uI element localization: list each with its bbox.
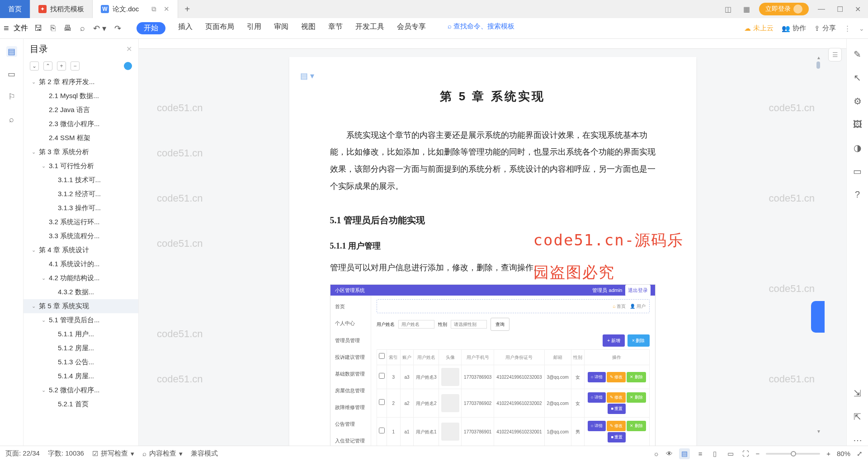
outline-node[interactable]: 5.1.2 房屋...: [24, 341, 138, 355]
find-rail-icon[interactable]: ⌕: [6, 114, 17, 125]
vertical-scrollbar[interactable]: ▲ ▼: [816, 61, 821, 428]
document-page[interactable]: ▤ ▾ 第 5 章 系统实现 系统实现这个章节的内容主要还是展示系统的功能界面设…: [289, 57, 696, 446]
ribbon-tab-dev[interactable]: 开发工具: [355, 22, 384, 34]
panel-close-icon[interactable]: ✕: [126, 45, 132, 53]
scroll-down-icon[interactable]: ▼: [816, 429, 821, 434]
more-tools-icon[interactable]: ⋯: [853, 435, 862, 446]
outline-node[interactable]: 3.1.3 操作可...: [24, 201, 138, 215]
outline-node[interactable]: 2.4 SSM 框架: [24, 131, 138, 145]
outline-node[interactable]: ⌄3.1 可行性分析: [24, 159, 138, 173]
outline-node[interactable]: 5.1.3 公告...: [24, 355, 138, 369]
outline-node[interactable]: ⌄第 2 章 程序开发...: [24, 75, 138, 89]
ribbon-tab-start[interactable]: 开始: [137, 22, 165, 34]
print-icon[interactable]: ⎘: [49, 24, 57, 33]
ribbon-tab-ref[interactable]: 引用: [247, 22, 261, 34]
page-indicator[interactable]: 页面: 22/34: [5, 449, 40, 458]
outline-node[interactable]: ⌄第 4 章 系统设计: [24, 243, 138, 257]
chevron-down-icon[interactable]: ⌄: [42, 317, 47, 323]
outline-node[interactable]: 2.2 Java 语言: [24, 103, 138, 117]
view-web-icon[interactable]: ▯: [711, 448, 719, 459]
help-icon[interactable]: ?: [855, 189, 860, 200]
view-outline-icon[interactable]: ≡: [696, 448, 705, 459]
view-page-icon[interactable]: ▤: [679, 448, 690, 459]
page-marker-icon[interactable]: ▤ ▾: [300, 68, 314, 85]
fullscreen-icon[interactable]: ⤢: [857, 450, 863, 458]
eye-icon[interactable]: 👁: [666, 450, 673, 457]
cloud-status[interactable]: ☁ 未上云: [744, 24, 774, 33]
bookmark-rail-icon[interactable]: ⚐: [6, 91, 17, 102]
tab-templates[interactable]: ✦ 找稻壳模板: [30, 0, 93, 18]
word-count[interactable]: 字数: 10036: [48, 449, 84, 458]
outline-node[interactable]: 5.2.1 首页: [24, 397, 138, 411]
outline-node[interactable]: ⌄5.2 微信小程序...: [24, 383, 138, 397]
share-button[interactable]: ⇪ 分享: [814, 24, 836, 33]
print-preview-icon[interactable]: 🖶: [62, 24, 74, 33]
outline-node[interactable]: ⌄第 3 章 系统分析: [24, 145, 138, 159]
outline-node[interactable]: 5.1.1 用户...: [24, 327, 138, 341]
remove-node-icon[interactable]: −: [71, 61, 80, 71]
outline-node[interactable]: 4.1 系统设计的...: [24, 257, 138, 271]
expand-tool-icon[interactable]: ⇱: [854, 411, 861, 422]
chevron-down-icon[interactable]: ⌄: [42, 275, 47, 281]
outline-node[interactable]: 3.1.1 技术可...: [24, 173, 138, 187]
add-tab-button[interactable]: +: [178, 4, 196, 14]
ribbon-tab-review[interactable]: 审阅: [274, 22, 288, 34]
outline-node[interactable]: ⌄4.2 功能结构设...: [24, 271, 138, 285]
apps-icon[interactable]: ▦: [741, 5, 753, 14]
outline-node[interactable]: ⌄5.1 管理员后台...: [24, 313, 138, 327]
menu-icon[interactable]: ≡: [4, 23, 9, 33]
select-tool-icon[interactable]: ↖: [854, 72, 861, 83]
search-icon[interactable]: ⌕: [78, 24, 87, 33]
ribbon-tab-vip[interactable]: 会员专享: [397, 22, 426, 34]
collapse-all-icon[interactable]: ⌄: [30, 61, 39, 71]
outline-node[interactable]: 3.1.2 经济可...: [24, 187, 138, 201]
zoom-out-icon[interactable]: −: [755, 450, 760, 457]
settings-icon[interactable]: ⚙: [854, 96, 862, 107]
save-icon[interactable]: 🖫: [33, 24, 44, 33]
outline-node[interactable]: ⌄第 5 章 系统实现: [24, 299, 138, 313]
collapse-ribbon-icon[interactable]: ⌄: [859, 25, 864, 32]
ai-helper-icon[interactable]: ☰: [828, 48, 842, 61]
feedback-tab[interactable]: [811, 301, 825, 333]
file-menu[interactable]: 文件: [14, 24, 28, 33]
chevron-down-icon[interactable]: ⌄: [32, 149, 37, 155]
login-button[interactable]: 立即登录: [759, 3, 809, 15]
chevron-down-icon[interactable]: ⌄: [42, 387, 47, 393]
maximize-icon[interactable]: ☐: [834, 5, 846, 14]
outline-node[interactable]: 2.1 Mysql 数据...: [24, 89, 138, 103]
collab-button[interactable]: 👥 协作: [782, 24, 806, 33]
outline-node[interactable]: 5.1.4 房屋...: [24, 369, 138, 383]
zoom-slider[interactable]: [766, 453, 820, 455]
view-read-icon[interactable]: ▭: [725, 448, 736, 459]
ribbon-tab-insert[interactable]: 插入: [178, 22, 193, 34]
ribbon-search[interactable]: ⌕ 查找命令、搜索模板: [448, 22, 514, 34]
image-tool-icon[interactable]: 🖼: [853, 119, 862, 130]
panel-split-icon[interactable]: ◫: [722, 5, 734, 14]
outline-node[interactable]: 2.3 微信小程序...: [24, 117, 138, 131]
scroll-up-icon[interactable]: ▲: [816, 55, 821, 60]
scroll-thumb[interactable]: [816, 61, 820, 69]
add-node-icon[interactable]: +: [57, 61, 66, 71]
pen-tool-icon[interactable]: ✎: [854, 49, 861, 60]
tab-document[interactable]: W 论文.doc ⧉ ✕: [93, 0, 178, 18]
night-mode-icon[interactable]: ☼: [653, 450, 660, 457]
chevron-down-icon[interactable]: ⌄: [42, 163, 47, 169]
redo-icon[interactable]: ↷: [113, 24, 123, 33]
more-icon[interactable]: ⋮: [844, 24, 851, 33]
ribbon-tab-layout[interactable]: 页面布局: [205, 22, 234, 34]
minimize-icon[interactable]: —: [815, 5, 828, 13]
ribbon-tab-view[interactable]: 视图: [301, 22, 316, 34]
outline-node[interactable]: 3.2 系统运行环...: [24, 215, 138, 229]
reader-icon[interactable]: ▭: [853, 166, 862, 177]
section-rail-icon[interactable]: ▭: [6, 69, 17, 80]
chevron-down-icon[interactable]: ⌄: [32, 303, 37, 309]
chevron-down-icon[interactable]: ⌄: [32, 247, 37, 253]
outline-node[interactable]: 3.3 系统流程分...: [24, 229, 138, 243]
undo-icon[interactable]: ↶ ▾: [91, 24, 108, 33]
outline-rail-icon[interactable]: ▤: [6, 46, 17, 57]
document-canvas[interactable]: code51.cn code51.cn code51.cn code51.cn …: [139, 39, 846, 446]
spellcheck-button[interactable]: ☑ 拼写检查 ▾: [92, 449, 134, 458]
collapse-tool-icon[interactable]: ⇲: [854, 388, 861, 399]
expand-all-icon[interactable]: ⌃: [43, 61, 52, 71]
window-close-icon[interactable]: ✕: [852, 5, 863, 14]
